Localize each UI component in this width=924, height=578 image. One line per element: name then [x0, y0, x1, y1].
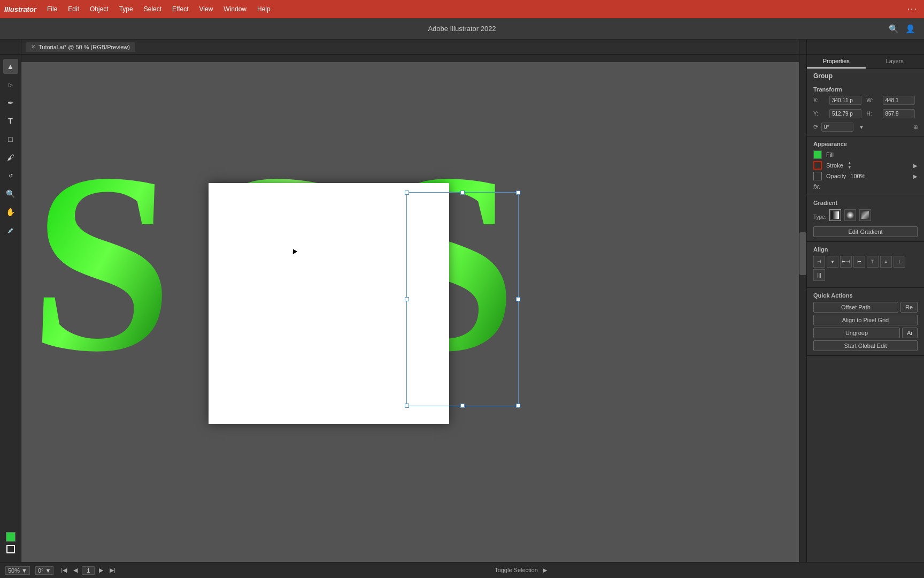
- title-icons: 🔍 👤: [889, 24, 915, 34]
- ar-btn[interactable]: Ar: [902, 328, 918, 338]
- rotate-value[interactable]: 0°: [821, 123, 853, 132]
- menu-effect[interactable]: Effect: [167, 3, 194, 15]
- menu-window[interactable]: Window: [218, 3, 252, 15]
- align-left-btn[interactable]: ⊣: [813, 256, 825, 268]
- pen-tool[interactable]: ✒: [3, 95, 18, 110]
- rotate-tool[interactable]: ↺: [3, 168, 18, 183]
- nav-first-btn[interactable]: |◀: [59, 566, 69, 575]
- direct-select-tool[interactable]: ▷: [3, 77, 18, 92]
- fx-button[interactable]: fx.: [813, 182, 821, 191]
- search-icon[interactable]: 🔍: [889, 24, 899, 34]
- panel-tabs: Properties Layers: [807, 55, 924, 69]
- opacity-label: Opacity: [826, 173, 846, 179]
- stroke-swatch[interactable]: [813, 161, 822, 170]
- canvas-area[interactable]: S S S: [21, 55, 806, 562]
- menu-view[interactable]: View: [194, 3, 219, 15]
- svg-text:S: S: [26, 120, 179, 405]
- align-dropdown-btn[interactable]: ▼: [827, 256, 838, 268]
- w-value[interactable]: 448.1: [883, 96, 915, 105]
- eyedropper-tool[interactable]: 💉: [3, 223, 18, 238]
- status-bar: 50% ▼ 0° ▼ |◀ ◀ 1 ▶ ▶| Toggle Selection …: [0, 562, 924, 578]
- align-pixel-btn[interactable]: Align to Pixel Grid: [813, 315, 918, 325]
- stroke-updown[interactable]: ▲▼: [848, 161, 852, 170]
- menu-edit[interactable]: Edit: [63, 3, 84, 15]
- freeform-gradient-icon: [861, 211, 869, 219]
- re-btn[interactable]: Re: [900, 302, 918, 313]
- linear-gradient-icon: [831, 211, 839, 219]
- stroke-color-swatch[interactable]: [6, 545, 15, 553]
- align-center-v-btn[interactable]: ≡: [880, 256, 892, 268]
- scrollbar-thumb[interactable]: [799, 232, 806, 275]
- gradient-title: Gradient: [813, 200, 918, 206]
- scrollbar-right[interactable]: [799, 55, 806, 562]
- ungroup-btn[interactable]: Ungroup: [813, 328, 900, 338]
- opacity-row: Opacity 100% ▶: [813, 172, 918, 180]
- angle-value: 0°: [38, 567, 44, 574]
- group-label: Group: [807, 69, 924, 82]
- hand-tool[interactable]: ✋: [3, 204, 18, 219]
- rotate-more-icon[interactable]: ⊞: [913, 124, 918, 130]
- offset-path-btn[interactable]: Offset Path: [813, 302, 898, 313]
- appearance-section: Appearance Fill Stroke ▲▼ ▶ Opacity 100%…: [807, 136, 924, 195]
- nav-controls: |◀ ◀ 1 ▶ ▶|: [59, 566, 118, 575]
- toggle-arrow[interactable]: ▶: [543, 567, 547, 573]
- x-value[interactable]: 340.11 p: [829, 96, 861, 105]
- align-section: Align ⊣ ▼ ⊢⊣ ⊢ ⊤ ≡ ⊥ |||: [807, 242, 924, 288]
- zoom-value: 50%: [8, 567, 20, 574]
- tab-close-icon[interactable]: ✕: [31, 44, 35, 50]
- linear-gradient-btn[interactable]: [829, 209, 841, 221]
- tab-properties[interactable]: Properties: [807, 55, 866, 69]
- zoom-dropdown[interactable]: 50% ▼: [5, 566, 30, 575]
- nav-prev-btn[interactable]: ◀: [71, 566, 80, 575]
- align-center-h-btn[interactable]: ⊢⊣: [840, 256, 852, 268]
- active-tab[interactable]: ✕ Tutorial.ai* @ 50 % (RGB/Preview): [26, 42, 135, 52]
- profile-icon[interactable]: 👤: [905, 24, 915, 34]
- w-label: W:: [867, 97, 880, 103]
- align-title: Align: [813, 246, 918, 253]
- stroke-chevron[interactable]: ▶: [913, 163, 918, 169]
- ungroup-row: Ungroup Ar: [813, 328, 918, 338]
- fill-color-swatch[interactable]: [6, 532, 16, 542]
- quick-actions-section: Quick Actions Offset Path Re Align to Pi…: [807, 288, 924, 356]
- radial-gradient-btn[interactable]: [844, 209, 856, 221]
- zoom-dropdown-icon: ▼: [21, 567, 27, 574]
- align-right-btn[interactable]: ⊢: [853, 256, 865, 268]
- shape-tool[interactable]: □: [3, 132, 18, 147]
- x-row: X: 340.11 p: [813, 96, 865, 105]
- selection-tool[interactable]: ▲: [3, 59, 18, 74]
- angle-dropdown[interactable]: 0° ▼: [35, 566, 53, 575]
- paintbrush-tool[interactable]: 🖌: [3, 150, 18, 165]
- text-tool[interactable]: T: [3, 113, 18, 128]
- h-value[interactable]: 857.9: [883, 109, 915, 118]
- opacity-value[interactable]: 100%: [850, 173, 865, 179]
- menu-file[interactable]: File: [42, 3, 63, 15]
- distribute-h-btn[interactable]: |||: [813, 269, 825, 281]
- align-top-btn[interactable]: ⊤: [867, 256, 879, 268]
- freeform-gradient-btn[interactable]: [859, 209, 871, 221]
- main-layout: ▲ ▷ ✒ T □ 🖌 ↺ 🔍 ✋ 💉: [0, 55, 924, 562]
- zoom-tool[interactable]: 🔍: [3, 186, 18, 201]
- x-label: X:: [813, 97, 826, 103]
- start-global-edit-btn[interactable]: Start Global Edit: [813, 340, 918, 351]
- menu-more-dots[interactable]: ···: [907, 4, 918, 14]
- nav-next-btn[interactable]: ▶: [97, 566, 105, 575]
- rotate-dropdown-icon[interactable]: ▼: [859, 124, 864, 130]
- align-buttons: ⊣ ▼ ⊢⊣ ⊢ ⊤ ≡ ⊥ |||: [813, 256, 918, 281]
- edit-gradient-button[interactable]: Edit Gradient: [813, 226, 918, 237]
- scroll-top[interactable]: [21, 55, 799, 62]
- artboard-number[interactable]: 1: [82, 566, 95, 575]
- align-bottom-btn[interactable]: ⊥: [894, 256, 905, 268]
- menu-type[interactable]: Type: [114, 3, 138, 15]
- app-title: Adobe Illustrator 2022: [428, 25, 496, 33]
- nav-last-btn[interactable]: ▶|: [107, 566, 118, 575]
- offset-path-row: Offset Path Re: [813, 302, 918, 313]
- menu-object[interactable]: Object: [84, 3, 114, 15]
- rotate-row: ⟳ 0° ▼ ⊞: [813, 123, 918, 132]
- tab-layers[interactable]: Layers: [866, 55, 925, 69]
- fill-swatch[interactable]: [813, 150, 822, 159]
- menu-select[interactable]: Select: [138, 3, 167, 15]
- menu-help[interactable]: Help: [252, 3, 276, 15]
- transform-title: Transform: [813, 86, 918, 93]
- opacity-chevron[interactable]: ▶: [913, 173, 918, 179]
- y-value[interactable]: 512.79 p: [829, 109, 861, 118]
